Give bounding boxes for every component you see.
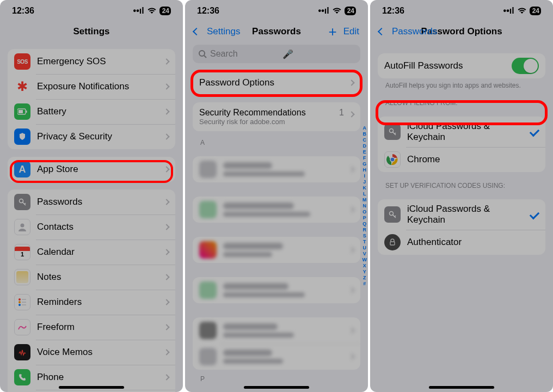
chevron-right-icon [163, 324, 169, 330]
site-icon [199, 161, 217, 178]
autofill-toggle-row[interactable]: AutoFill Passwords [378, 53, 545, 78]
screen-password-options: 12:36 ••ıl 24 Passwords Password Options… [370, 0, 553, 392]
row-label: Phone [37, 372, 164, 383]
settings-row-emergency-sos[interactable]: SOSEmergency SOS [8, 49, 175, 74]
settings-row-freeform[interactable]: Freeform [8, 315, 175, 340]
authenticator-row[interactable]: Authenticator [378, 230, 545, 255]
chevron-right-icon [348, 79, 354, 85]
exposure-icon: ✱ [14, 78, 30, 95]
settings-row-passwords[interactable]: Passwords [8, 189, 175, 215]
nav-bar: Passwords Password Options [370, 22, 553, 41]
settings-row-app-store[interactable]: AApp Store [8, 157, 175, 182]
chevron-right-icon [163, 249, 169, 255]
svg-point-7 [19, 298, 21, 301]
row-label: Privacy & Security [37, 131, 164, 142]
status-bar: 12:36 ••ıl 24 [0, 0, 183, 22]
settings-row-messages[interactable]: Messages [8, 390, 175, 392]
svg-rect-2 [19, 110, 23, 113]
settings-group-2: AApp Store [8, 157, 175, 182]
svg-line-21 [204, 56, 206, 58]
site-icon [199, 322, 217, 339]
notes-icon [14, 269, 30, 285]
settings-group-1: SOSEmergency SOS✱Exposure NotificationsB… [8, 49, 175, 149]
row-label: AutoFill Passwords [384, 60, 512, 71]
autofill-subtitle: AutoFill helps you sign into apps and we… [370, 78, 553, 89]
home-indicator [244, 386, 309, 389]
chevron-right-icon [163, 166, 169, 172]
verification-group: iCloud Passwords & Keychain Authenticato… [378, 199, 545, 255]
checkmark-icon [530, 210, 539, 219]
autofill-toggle[interactable] [512, 58, 539, 74]
site-icon [199, 241, 217, 259]
chevron-right-icon [163, 133, 169, 139]
chrome-icon [384, 151, 401, 168]
password-entry[interactable] [193, 344, 360, 370]
allow-from-header: ALLOW FILLING FROM: [370, 89, 553, 109]
security-rec-group: Security Recommendations Security risk f… [193, 102, 360, 131]
keychain-icon [384, 206, 401, 223]
svg-point-20 [199, 51, 205, 56]
keychain-verify-row[interactable]: iCloud Passwords & Keychain [378, 199, 545, 230]
section-header-p: P [185, 370, 368, 385]
status-time: 12:36 [382, 6, 404, 16]
settings-row-calendar[interactable]: 1Calendar [8, 240, 175, 265]
settings-row-battery[interactable]: Battery [8, 99, 175, 124]
add-button[interactable]: + [329, 24, 337, 39]
password-options-row[interactable]: Password Options [193, 71, 360, 95]
chevron-right-icon [348, 166, 354, 172]
settings-row-contacts[interactable]: Contacts [8, 215, 175, 240]
row-label: Voice Memos [37, 347, 164, 358]
nav-bar: Settings Passwords + Edit [185, 22, 368, 41]
chrome-row[interactable]: Chrome [378, 147, 545, 172]
home-indicator [59, 386, 124, 389]
site-icon [199, 201, 217, 218]
search-input[interactable]: Search 🎤 [193, 45, 360, 63]
settings-row-reminders[interactable]: Reminders [8, 290, 175, 315]
contacts-icon [14, 219, 30, 235]
edit-button[interactable]: Edit [343, 26, 359, 37]
svg-point-6 [21, 224, 24, 228]
row-label: Chrome [407, 154, 539, 165]
emergency-sos-icon: SOS [14, 53, 30, 70]
chevron-right-icon [163, 224, 169, 230]
passwords-icon [14, 194, 30, 210]
settings-row-privacy[interactable]: Privacy & Security [8, 124, 175, 149]
site-icon [199, 348, 217, 365]
settings-group-3: PasswordsContacts1CalendarNotesReminders… [8, 189, 175, 392]
back-button[interactable]: Settings [194, 26, 240, 37]
svg-rect-31 [390, 242, 395, 245]
security-recommendations-row[interactable]: Security Recommendations Security risk f… [193, 102, 360, 131]
row-label: iCloud Passwords & Keychain [407, 121, 530, 143]
chevron-right-icon [163, 83, 169, 89]
search-placeholder: Search [210, 49, 282, 59]
settings-row-voice-memos[interactable]: Voice Memos [8, 340, 175, 365]
battery-icon: 24 [345, 7, 356, 15]
chevron-right-icon [163, 274, 169, 280]
privacy-icon [14, 128, 30, 145]
wifi-icon [518, 8, 526, 14]
password-entry[interactable] [193, 156, 360, 182]
chevron-right-icon [163, 374, 169, 380]
password-entry[interactable] [193, 237, 360, 263]
keychain-row[interactable]: iCloud Passwords & Keychain [378, 117, 545, 147]
settings-row-exposure[interactable]: ✱Exposure Notifications [8, 74, 175, 99]
authenticator-icon [384, 234, 401, 250]
back-button[interactable]: Passwords [379, 26, 437, 37]
password-entry[interactable] [193, 277, 360, 303]
svg-point-9 [19, 304, 21, 306]
row-label: iCloud Passwords & Keychain [407, 204, 530, 225]
chevron-right-icon [348, 111, 354, 117]
allow-from-group: iCloud Passwords & Keychain Chrome [378, 117, 545, 172]
cellular-icon: ••ıl [133, 6, 144, 16]
index-strip[interactable]: ABCDEFGHIJKLMNOPQRSTUVWXYZ# [362, 125, 367, 287]
row-label: Password Options [199, 77, 349, 88]
status-indicators: ••ıl 24 [503, 6, 541, 16]
password-entry[interactable] [193, 317, 360, 344]
autofill-group: AutoFill Passwords [378, 53, 545, 78]
status-bar: 12:36 ••ıl 24 [185, 0, 368, 22]
password-list-e [193, 317, 360, 370]
mic-icon[interactable]: 🎤 [282, 49, 355, 59]
password-entry[interactable] [193, 197, 360, 223]
home-indicator [429, 386, 494, 389]
settings-row-notes[interactable]: Notes [8, 265, 175, 290]
